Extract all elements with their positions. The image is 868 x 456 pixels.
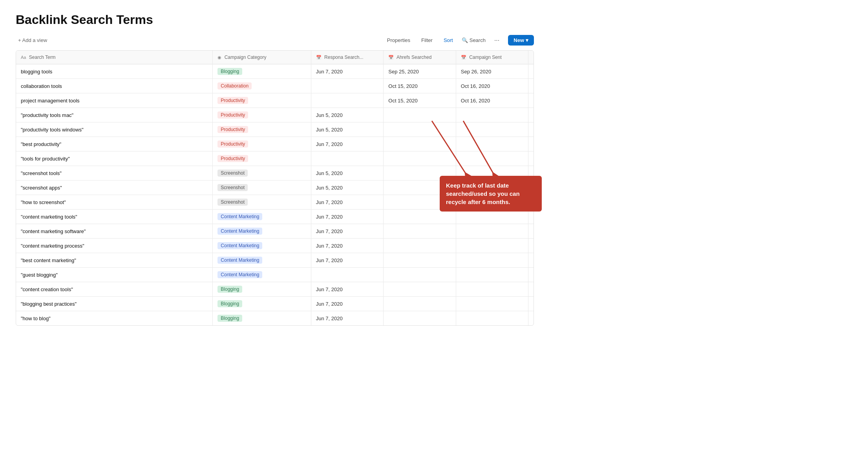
empty-cell bbox=[528, 311, 534, 326]
search-term-cell: "how to screenshot" bbox=[16, 195, 213, 210]
more-options-button[interactable]: ··· bbox=[492, 36, 502, 45]
table-header: Aa Search Term ◉ Campaign Category 📅 Res… bbox=[16, 51, 534, 64]
annotation-box: Keep track of last date searched/used so… bbox=[440, 176, 542, 212]
search-term-cell: "content marketing process" bbox=[16, 239, 213, 253]
campaign-date-cell bbox=[456, 311, 528, 326]
ahrefs-date-cell bbox=[384, 122, 456, 137]
respona-date-cell: Jun 7, 2020 bbox=[311, 253, 384, 268]
table-row[interactable]: "content marketing process"Content Marke… bbox=[16, 239, 534, 253]
table-wrapper: Aa Search Term ◉ Campaign Category 📅 Res… bbox=[16, 50, 534, 326]
add-column-button[interactable]: + bbox=[533, 54, 534, 61]
calendar-icon-2: 📅 bbox=[388, 55, 394, 60]
empty-cell bbox=[528, 253, 534, 268]
annotation-text: Keep track of last date searched/used so… bbox=[446, 182, 520, 205]
new-button[interactable]: New ▾ bbox=[508, 35, 534, 46]
table-row[interactable]: "content marketing software"Content Mark… bbox=[16, 224, 534, 239]
properties-button[interactable]: Properties bbox=[385, 36, 413, 45]
campaign-date-cell bbox=[456, 268, 528, 282]
campaign-date-cell bbox=[456, 282, 528, 297]
table-row[interactable]: "best content marketing"Content Marketin… bbox=[16, 253, 534, 268]
table-row[interactable]: "content creation tools"BloggingJun 7, 2… bbox=[16, 282, 534, 297]
ahrefs-date-cell bbox=[384, 268, 456, 282]
category-cell: Content Marketing bbox=[213, 239, 311, 253]
table-row[interactable]: "guest blogging"Content Marketing bbox=[16, 268, 534, 282]
empty-cell bbox=[528, 108, 534, 122]
ahrefs-date-cell bbox=[384, 210, 456, 224]
ahrefs-date-cell bbox=[384, 297, 456, 311]
empty-cell bbox=[528, 297, 534, 311]
respona-date-cell: Jun 5, 2020 bbox=[311, 122, 384, 137]
campaign-date-cell: Oct 16, 2020 bbox=[456, 93, 528, 108]
table-row[interactable]: "best productivity"ProductivityJun 7, 20… bbox=[16, 137, 534, 151]
category-cell: Productivity bbox=[213, 122, 311, 137]
search-term-cell: "best productivity" bbox=[16, 137, 213, 151]
campaign-date-cell bbox=[456, 297, 528, 311]
table-row[interactable]: blogging toolsBloggingJun 7, 2020Sep 25,… bbox=[16, 64, 534, 79]
empty-cell bbox=[528, 239, 534, 253]
empty-cell bbox=[528, 137, 534, 151]
category-cell: Blogging bbox=[213, 64, 311, 79]
respona-date-cell: Jun 7, 2020 bbox=[311, 311, 384, 326]
empty-cell bbox=[528, 79, 534, 93]
category-cell: Screenshot bbox=[213, 166, 311, 181]
search-term-cell: "how to blog" bbox=[16, 311, 213, 326]
empty-cell bbox=[528, 93, 534, 108]
table-row[interactable]: collaboration toolsCollaborationOct 15, … bbox=[16, 79, 534, 93]
respona-date-cell: Jun 7, 2020 bbox=[311, 210, 384, 224]
table-row[interactable]: project management toolsProductivityOct … bbox=[16, 93, 534, 108]
campaign-date-cell bbox=[456, 239, 528, 253]
respona-date-cell: Jun 7, 2020 bbox=[311, 195, 384, 210]
campaign-date-cell bbox=[456, 253, 528, 268]
respona-date-cell bbox=[311, 79, 384, 93]
category-cell: Productivity bbox=[213, 93, 311, 108]
filter-button[interactable]: Filter bbox=[419, 36, 435, 45]
campaign-date-cell bbox=[456, 122, 528, 137]
search-icon: 🔍 bbox=[462, 37, 468, 43]
table-row[interactable]: "tools for productivity"Productivity bbox=[16, 151, 534, 166]
category-cell: Content Marketing bbox=[213, 224, 311, 239]
empty-cell bbox=[528, 64, 534, 79]
table-row[interactable]: "productivity tools mac"ProductivityJun … bbox=[16, 108, 534, 122]
table-row[interactable]: "how to blog"BloggingJun 7, 2020 bbox=[16, 311, 534, 326]
ahrefs-date-cell bbox=[384, 253, 456, 268]
respona-date-cell bbox=[311, 268, 384, 282]
search-term-cell: "best content marketing" bbox=[16, 253, 213, 268]
category-cell: Blogging bbox=[213, 297, 311, 311]
table-row[interactable]: "content marketing tools"Content Marketi… bbox=[16, 210, 534, 224]
ahrefs-date-cell bbox=[384, 137, 456, 151]
col-campaign-sent: 📅 Campaign Sent bbox=[456, 51, 528, 64]
campaign-date-cell: Sep 26, 2020 bbox=[456, 64, 528, 79]
category-cell: Content Marketing bbox=[213, 210, 311, 224]
campaign-date-cell: Oct 16, 2020 bbox=[456, 79, 528, 93]
search-term-cell: "guest blogging" bbox=[16, 268, 213, 282]
search-term-cell: "content marketing software" bbox=[16, 224, 213, 239]
respona-date-cell: Jun 7, 2020 bbox=[311, 239, 384, 253]
campaign-date-cell bbox=[456, 151, 528, 166]
add-view-button[interactable]: + Add a view bbox=[16, 36, 49, 45]
col-ahrefs-searched: 📅 Ahrefs Searched bbox=[384, 51, 456, 64]
dropdown-icon: ▾ bbox=[526, 37, 528, 43]
empty-cell bbox=[528, 210, 534, 224]
category-cell: Productivity bbox=[213, 108, 311, 122]
category-icon: ◉ bbox=[217, 55, 221, 60]
search-term-cell: "productivity tools windows" bbox=[16, 122, 213, 137]
category-cell: Content Marketing bbox=[213, 268, 311, 282]
search-button[interactable]: 🔍 Search bbox=[462, 37, 486, 43]
respona-date-cell: Jun 7, 2020 bbox=[311, 282, 384, 297]
respona-date-cell: Jun 7, 2020 bbox=[311, 297, 384, 311]
category-cell: Content Marketing bbox=[213, 253, 311, 268]
category-cell: Blogging bbox=[213, 311, 311, 326]
sort-button[interactable]: Sort bbox=[441, 36, 455, 45]
category-cell: Collaboration bbox=[213, 79, 311, 93]
col-add[interactable]: + bbox=[528, 51, 534, 64]
table-row[interactable]: "productivity tools windows"Productivity… bbox=[16, 122, 534, 137]
table-row[interactable]: "blogging best practices"BloggingJun 7, … bbox=[16, 297, 534, 311]
calendar-icon-1: 📅 bbox=[316, 55, 322, 60]
search-term-cell: "screenshot apps" bbox=[16, 181, 213, 195]
toolbar-left: + Add a view bbox=[16, 36, 49, 45]
campaign-date-cell bbox=[456, 108, 528, 122]
respona-date-cell: Jun 5, 2020 bbox=[311, 108, 384, 122]
category-cell: Screenshot bbox=[213, 181, 311, 195]
respona-date-cell: Jun 7, 2020 bbox=[311, 137, 384, 151]
empty-cell bbox=[528, 122, 534, 137]
